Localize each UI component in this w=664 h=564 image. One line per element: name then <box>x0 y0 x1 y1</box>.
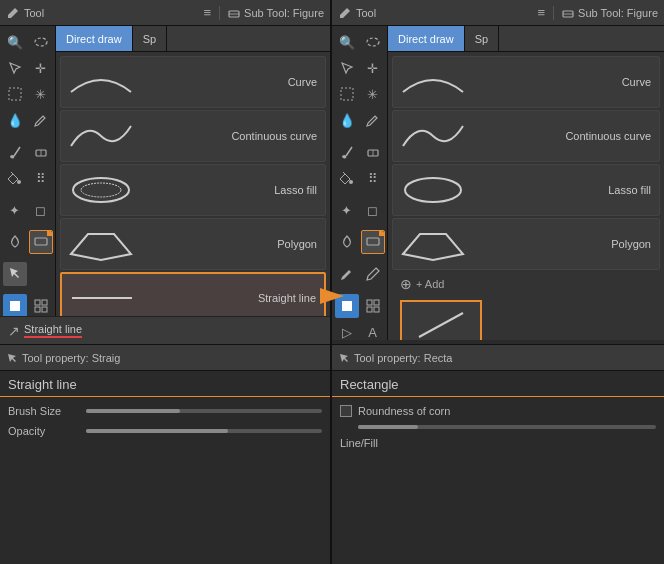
water-icon[interactable] <box>3 230 27 254</box>
r-eraser[interactable] <box>361 140 385 164</box>
r-erase2[interactable]: ◻ <box>361 198 385 222</box>
curve-label: Curve <box>141 76 325 88</box>
r-lasso-preview <box>393 166 473 214</box>
svg-rect-3 <box>9 88 21 100</box>
rect-select-icon[interactable] <box>3 82 27 106</box>
left-sub-tool-header: Direct draw Sp <box>56 26 330 52</box>
move-tool-icon[interactable]: ✛ <box>29 56 53 80</box>
add-button[interactable]: ⊕ + Add <box>392 272 660 296</box>
svg-rect-8 <box>35 238 47 245</box>
r-lasso-icon[interactable] <box>361 30 385 54</box>
dots-icon[interactable]: ⠿ <box>29 166 53 190</box>
figure-tool-icon[interactable] <box>29 230 53 254</box>
direct-draw-tab-right[interactable]: Direct draw <box>388 26 465 51</box>
direct-draw-tab-left[interactable]: Direct draw <box>56 26 133 51</box>
left-panel: Tool ≡ Sub Tool: Figure 🔍 <box>0 0 332 564</box>
right-property-title: Tool property: Recta <box>354 352 452 364</box>
eyedrop-icon[interactable]: 💧 <box>3 108 27 132</box>
opacity-label: Opacity <box>8 425 78 437</box>
r-rect-select[interactable] <box>335 82 359 106</box>
list-item[interactable]: Curve <box>60 56 326 108</box>
r-dots[interactable]: ⠿ <box>361 166 385 190</box>
pen-icon-right <box>338 6 352 20</box>
r-continuous-preview <box>393 112 473 160</box>
brush-size-fill <box>86 409 180 413</box>
straight-line-preview-left <box>62 274 142 316</box>
erase2-icon[interactable]: ◻ <box>29 198 53 222</box>
tool-row-10 <box>3 294 53 316</box>
svg-point-22 <box>367 38 379 46</box>
r-brush[interactable] <box>335 140 359 164</box>
r-pen[interactable] <box>361 108 385 132</box>
left-menu-icon[interactable]: ≡ <box>204 5 212 20</box>
lasso-fill-preview <box>61 166 141 214</box>
r-water[interactable] <box>335 230 359 254</box>
r-fill[interactable] <box>335 166 359 190</box>
list-item[interactable]: Polygon <box>60 218 326 270</box>
left-property-title: Tool property: Straig <box>22 352 120 364</box>
list-item[interactable]: Lasso fill <box>60 164 326 216</box>
r-grid[interactable] <box>361 294 385 318</box>
r-sparkle[interactable]: ✦ <box>335 198 359 222</box>
grid-icon[interactable] <box>29 294 53 316</box>
brush-size-slider[interactable] <box>86 409 322 413</box>
right-property-panel: Tool property: Recta Rectangle Roundness… <box>332 344 664 564</box>
roundness-checkbox[interactable] <box>340 405 352 417</box>
eraser-icon[interactable] <box>29 140 53 164</box>
r-tri[interactable]: ▷ <box>335 320 359 340</box>
left-subtool-label: Sub Tool: Figure <box>244 7 324 19</box>
lasso-tool-icon[interactable] <box>29 30 53 54</box>
svg-point-2 <box>35 38 47 46</box>
brush-icon[interactable] <box>3 140 27 164</box>
rect-fill-icon[interactable] <box>3 294 27 316</box>
cursor-icon: ↗ <box>8 323 20 339</box>
r-curve-preview <box>393 58 473 106</box>
list-item[interactable]: Straight line <box>60 272 326 316</box>
svg-point-7 <box>17 180 21 184</box>
tool-row-6: ⠿ <box>3 166 53 190</box>
svg-rect-10 <box>35 300 40 305</box>
opacity-slider[interactable] <box>86 429 322 433</box>
sp-tab-right[interactable]: Sp <box>465 26 499 51</box>
burst-select-icon[interactable]: ✳ <box>29 82 53 106</box>
property-icon-left <box>6 352 18 364</box>
object-tool-icon[interactable] <box>3 56 27 80</box>
straight-line-selected-preview[interactable] <box>400 300 482 340</box>
property-icon-right <box>338 352 350 364</box>
fill-icon[interactable] <box>3 166 27 190</box>
r-object-icon[interactable] <box>335 56 359 80</box>
svg-marker-17 <box>71 234 131 260</box>
right-menu-icon[interactable]: ≡ <box>538 5 546 20</box>
sparkle-icon[interactable]: ✦ <box>3 198 27 222</box>
right-sub-tool-list: Curve Continuous curve Lasso <box>388 52 664 340</box>
roundness-slider-row <box>332 421 664 433</box>
sp-tab-left[interactable]: Sp <box>133 26 167 51</box>
r-text[interactable]: A <box>361 320 385 340</box>
pen-tool-icon[interactable] <box>29 108 53 132</box>
right-property-header: Tool property: Recta <box>332 345 664 371</box>
add-icon: ⊕ <box>400 276 412 292</box>
r-search-icon[interactable]: 🔍 <box>335 30 359 54</box>
r-continuous-label: Continuous curve <box>473 130 659 142</box>
left-property-panel: Tool property: Straig Straight line Brus… <box>0 344 330 564</box>
list-item[interactable]: Continuous curve <box>60 110 326 162</box>
right-tool-label: Tool <box>356 7 376 19</box>
svg-rect-28 <box>367 238 379 245</box>
r-figure-tool[interactable] <box>361 230 385 254</box>
list-item[interactable]: Lasso fill <box>392 164 660 216</box>
cursor-active-icon[interactable] <box>3 262 27 286</box>
svg-point-35 <box>405 178 461 202</box>
svg-rect-30 <box>367 300 372 305</box>
r-eyedrop[interactable]: 💧 <box>335 108 359 132</box>
list-item[interactable]: Curve <box>392 56 660 108</box>
linefill-label: Line/Fill <box>340 437 410 449</box>
r-burst-select[interactable]: ✳ <box>361 82 385 106</box>
list-item[interactable]: Polygon <box>392 218 660 270</box>
r-pen2[interactable] <box>361 262 385 286</box>
r-move-icon[interactable]: ✛ <box>361 56 385 80</box>
search-tool-icon[interactable]: 🔍 <box>3 30 27 54</box>
tool-row-5 <box>3 140 53 164</box>
left-sub-tool-list: Curve Continuous curve Lasso <box>56 52 330 316</box>
list-item[interactable]: Continuous curve <box>392 110 660 162</box>
roundness-slider[interactable] <box>358 425 656 429</box>
